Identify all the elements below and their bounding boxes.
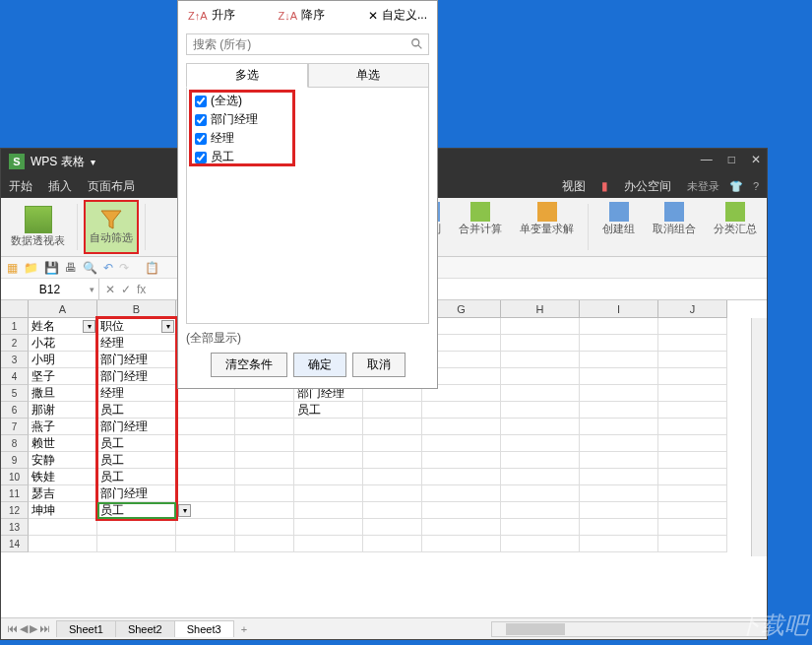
- tab-single-select[interactable]: 单选: [308, 63, 430, 88]
- cell[interactable]: [501, 335, 580, 352]
- cell[interactable]: [658, 352, 727, 368]
- cell[interactable]: [294, 419, 363, 435]
- cell[interactable]: [658, 452, 727, 469]
- cell[interactable]: [363, 469, 422, 485]
- cell[interactable]: [176, 419, 235, 435]
- row-header[interactable]: 8: [1, 435, 29, 452]
- cell[interactable]: [580, 368, 658, 385]
- cell[interactable]: 员工: [97, 402, 176, 419]
- cell[interactable]: [422, 402, 501, 419]
- prev-sheet-icon[interactable]: ◀: [20, 622, 28, 635]
- first-sheet-icon[interactable]: ⏮: [7, 622, 18, 635]
- name-box[interactable]: B12▾: [1, 279, 99, 299]
- checkbox[interactable]: [195, 152, 207, 163]
- column-header[interactable]: H: [501, 300, 580, 318]
- cell[interactable]: [294, 469, 363, 485]
- cell[interactable]: [658, 502, 727, 519]
- cell[interactable]: [363, 519, 422, 536]
- consolidate-button[interactable]: 合并计算: [453, 200, 508, 254]
- cell[interactable]: [176, 485, 235, 502]
- cell[interactable]: [235, 402, 294, 419]
- filter-check-item[interactable]: (全选): [191, 92, 424, 110]
- horizontal-scrollbar[interactable]: [491, 621, 767, 637]
- cell[interactable]: [422, 502, 501, 519]
- save-icon[interactable]: 💾: [44, 261, 59, 275]
- row-header[interactable]: 7: [1, 419, 29, 435]
- preview-icon[interactable]: 🔍: [83, 261, 97, 275]
- last-sheet-icon[interactable]: ⏭: [39, 622, 50, 635]
- cell[interactable]: 职位▾: [97, 318, 176, 335]
- cell[interactable]: [363, 485, 422, 502]
- cancel-button[interactable]: 取消: [352, 353, 406, 377]
- cell[interactable]: [97, 536, 176, 552]
- cell[interactable]: [294, 485, 363, 502]
- sort-asc-button[interactable]: Z↑A 升序: [188, 7, 235, 24]
- cell[interactable]: [501, 419, 580, 435]
- cell[interactable]: [176, 536, 235, 552]
- checkbox[interactable]: [195, 133, 207, 145]
- chevron-down-icon[interactable]: ▾: [91, 157, 95, 167]
- cell[interactable]: [501, 469, 580, 485]
- enter-formula-icon[interactable]: ✓: [121, 283, 131, 296]
- menu-office[interactable]: 办公空间: [624, 178, 671, 195]
- row-header[interactable]: 12: [1, 502, 29, 519]
- cell[interactable]: [501, 352, 580, 368]
- cell[interactable]: [363, 536, 422, 552]
- row-header[interactable]: 13: [1, 519, 29, 536]
- cell[interactable]: [422, 435, 501, 452]
- redo-icon[interactable]: ↷: [119, 261, 129, 275]
- login-status[interactable]: 未登录: [687, 179, 719, 194]
- cell[interactable]: [235, 519, 294, 536]
- row-header[interactable]: 6: [1, 402, 29, 419]
- cell[interactable]: 那谢: [29, 402, 97, 419]
- cell[interactable]: 员工: [97, 469, 176, 485]
- column-header[interactable]: J: [658, 300, 727, 318]
- cell[interactable]: [580, 536, 658, 552]
- cell[interactable]: [658, 318, 727, 335]
- row-header[interactable]: 2: [1, 335, 29, 352]
- cell[interactable]: [97, 519, 176, 536]
- menu-layout[interactable]: 页面布局: [88, 178, 135, 195]
- cell[interactable]: [235, 502, 294, 519]
- cell[interactable]: 赖世: [29, 435, 97, 452]
- cell[interactable]: 撒旦: [29, 385, 97, 402]
- cell[interactable]: 员工: [97, 502, 176, 519]
- cell[interactable]: [580, 435, 658, 452]
- cell[interactable]: [176, 402, 235, 419]
- cell[interactable]: [501, 502, 580, 519]
- cell[interactable]: 坚子: [29, 368, 97, 385]
- cell[interactable]: [658, 402, 727, 419]
- checkbox[interactable]: [195, 96, 207, 107]
- cell[interactable]: [580, 318, 658, 335]
- cell[interactable]: 部门经理: [97, 352, 176, 368]
- menu-start[interactable]: 开始: [9, 178, 32, 195]
- cell[interactable]: [501, 402, 580, 419]
- cell[interactable]: [658, 519, 727, 536]
- cell[interactable]: 姓名▾: [29, 318, 97, 335]
- filter-check-item[interactable]: 员工: [191, 148, 424, 166]
- cell[interactable]: 员工: [97, 452, 176, 469]
- cell[interactable]: [501, 519, 580, 536]
- filter-dropdown-icon[interactable]: ▾: [178, 504, 191, 517]
- row-header[interactable]: 5: [1, 385, 29, 402]
- new-icon[interactable]: ▦: [7, 261, 18, 275]
- cell[interactable]: [363, 402, 422, 419]
- goal-seek-button[interactable]: 单变量求解: [514, 200, 580, 254]
- cell[interactable]: [363, 502, 422, 519]
- column-header[interactable]: A: [29, 300, 97, 318]
- cell[interactable]: [658, 435, 727, 452]
- row-header[interactable]: 11: [1, 485, 29, 502]
- cell[interactable]: [580, 419, 658, 435]
- open-icon[interactable]: 📁: [24, 261, 38, 275]
- cell[interactable]: [580, 335, 658, 352]
- cell[interactable]: [501, 318, 580, 335]
- cell[interactable]: 燕子: [29, 419, 97, 435]
- cell[interactable]: 铁娃: [29, 469, 97, 485]
- row-header[interactable]: 1: [1, 318, 29, 335]
- pivot-table-button[interactable]: 数据透视表: [5, 200, 71, 254]
- cell[interactable]: [422, 485, 501, 502]
- clear-filter-button[interactable]: 清空条件: [211, 353, 287, 377]
- fx-icon[interactable]: fx: [137, 283, 146, 296]
- close-icon[interactable]: ✕: [751, 153, 761, 166]
- custom-sort-button[interactable]: ✕ 自定义...: [368, 7, 427, 24]
